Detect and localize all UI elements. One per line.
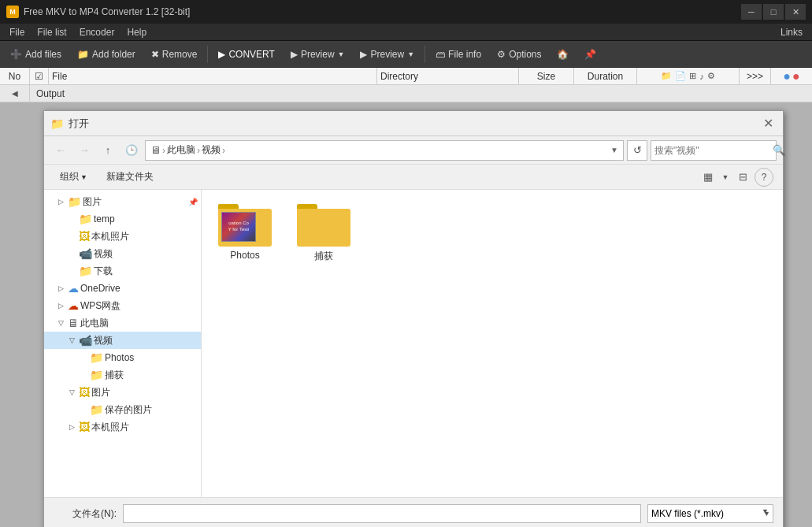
breadcrumb-sep-1: › [162, 145, 165, 156]
select-all-checkbox[interactable]: ☑ [35, 71, 43, 82]
home-button[interactable]: 🏠 [550, 43, 576, 65]
pin-button[interactable]: 📌 [577, 43, 603, 65]
expander-videos-main: ▽ [66, 335, 77, 346]
menu-encoder[interactable]: Encoder [73, 24, 121, 41]
tree-item-saved-photos[interactable]: 📁 保存的图片 [44, 401, 201, 418]
pin-icon: 📌 [584, 49, 596, 60]
col-action: ● ● [771, 68, 812, 84]
tree-item-temp[interactable]: 📁 temp [44, 210, 201, 228]
icon-table[interactable]: ⊞ [689, 71, 696, 81]
preview2-button[interactable]: ▶ Preview ▼ [353, 43, 421, 65]
add-folder-button[interactable]: 📁 Add folder [70, 43, 143, 65]
convert-icon: ▶ [218, 49, 225, 60]
nav-forward-button[interactable]: → [74, 141, 95, 160]
dialog-toolbar: ← → ↑ 🕒 🖥 › 此电脑 › 视频 › ▼ ↺ [44, 136, 783, 165]
tree-item-downloads[interactable]: 📁 下载 [44, 262, 201, 280]
links-menu[interactable]: Links [774, 24, 809, 41]
folder-icon-images: 🖼 [79, 386, 90, 399]
filetype-select[interactable]: MKV files (*.mkv) All files (*.*) [647, 504, 773, 523]
modal-overlay: 📁 打开 ✕ ← → ↑ 🕒 🖥 › 此电脑 [0, 102, 812, 527]
search-input[interactable] [654, 145, 773, 156]
add-files-icon: ➕ [10, 49, 22, 60]
search-box[interactable]: 🔍 [651, 140, 777, 161]
menu-bar: File File list Encoder Help Links [0, 24, 812, 41]
tree-item-capture[interactable]: 📁 捕获 [44, 366, 201, 384]
filename-input[interactable] [123, 504, 641, 523]
tree-item-images[interactable]: ▽ 🖼 图片 [44, 384, 201, 401]
col-more[interactable]: >>> [740, 68, 771, 84]
menu-filelist[interactable]: File list [31, 24, 72, 41]
folder-icon-capture: 📁 [90, 369, 103, 381]
menu-help[interactable]: Help [121, 24, 153, 41]
icon-folder[interactable]: 📁 [661, 71, 672, 81]
preview1-button[interactable]: ▶ Preview ▼ [284, 43, 352, 65]
icon-music[interactable]: ♪ [699, 72, 704, 81]
help-button[interactable]: ? [755, 168, 773, 187]
tree-item-wps[interactable]: ▷ ☁ WPS网盘 [44, 297, 201, 314]
action-down-icon[interactable]: ● [792, 69, 800, 84]
app-icon: M [6, 6, 19, 18]
menu-file[interactable]: File [3, 24, 31, 41]
minimize-button[interactable]: ─ [741, 4, 762, 20]
maximize-button[interactable]: □ [763, 4, 784, 20]
preview2-dropdown-icon: ▼ [407, 50, 414, 58]
view-dropdown-button[interactable]: ▼ [720, 168, 731, 187]
options-button[interactable]: ⚙ Options [490, 43, 548, 65]
new-folder-button[interactable]: 新建文件夹 [100, 169, 160, 185]
tree-panel: ▷ 📁 图片 📌 📁 temp 🖼 [44, 190, 202, 497]
expander-photos-sub [77, 352, 88, 363]
remove-button[interactable]: ✖ Remove [144, 43, 205, 65]
expander-downloads [66, 265, 77, 276]
separator-1 [207, 46, 208, 63]
options-icon: ⚙ [497, 49, 506, 60]
preview-pane-button[interactable]: ⊟ [732, 168, 753, 187]
organize-button[interactable]: 组织 ▼ [54, 169, 94, 185]
output-row: ◀ Output [0, 85, 812, 102]
dialog-close-button[interactable]: ✕ [759, 115, 777, 132]
recent-icon: 🕒 [125, 144, 138, 156]
tree-item-computer[interactable]: ▽ 🖥 此电脑 [44, 314, 201, 332]
preview2-icon: ▶ [360, 49, 367, 60]
expander-videos-sub [66, 248, 77, 259]
add-files-button[interactable]: ➕ Add files [3, 43, 69, 65]
convert-button[interactable]: ▶ CONVERT [211, 43, 281, 65]
col-check: ☑ [30, 68, 49, 84]
tree-item-pictures[interactable]: ▷ 📁 图片 📌 [44, 193, 201, 210]
action-up-icon[interactable]: ● [783, 69, 791, 84]
refresh-button[interactable]: ↺ [627, 140, 647, 161]
output-label: Output [30, 88, 71, 99]
nav-back-button[interactable]: ← [50, 141, 71, 160]
tree-item-videos-main[interactable]: ▽ 📹 视频 [44, 332, 201, 349]
tree-item-photos-sub[interactable]: 📁 Photos [44, 349, 201, 366]
nav-recent-button[interactable]: 🕒 [121, 141, 142, 160]
app-title: Free MKV to MP4 Converter 1.2 [32-bit] [24, 6, 190, 17]
computer-icon: 🖥 [68, 317, 79, 329]
cloud-icon-wps: ☁ [68, 299, 79, 312]
breadcrumb-dropdown-icon[interactable]: ▼ [610, 146, 618, 154]
organize-bar: 组织 ▼ 新建文件夹 ▦ ▼ ⊟ ? [44, 165, 783, 190]
tree-item-local-photos-2[interactable]: ▷ 🖼 本机照片 [44, 418, 201, 436]
breadcrumb-bar[interactable]: 🖥 › 此电脑 › 视频 › ▼ [145, 140, 624, 161]
file-open-dialog: 📁 打开 ✕ ← → ↑ 🕒 🖥 › 此电脑 [43, 110, 784, 527]
dialog-title-bar: 📁 打开 ✕ [44, 111, 783, 136]
view-icon-button[interactable]: ▦ [698, 168, 718, 187]
folder-item-photos[interactable]: uation CoY for Testi Photos [209, 198, 280, 266]
breadcrumb-videos: 视频 [202, 143, 221, 157]
folder-item-capture[interactable]: 捕获 [288, 198, 359, 266]
nav-up-button[interactable]: ↑ [98, 141, 118, 160]
icon-doc[interactable]: 📄 [675, 71, 686, 81]
tree-item-onedrive[interactable]: ▷ ☁ OneDrive [44, 280, 201, 297]
tree-item-local-photos[interactable]: 🖼 本机照片 [44, 228, 201, 245]
folder-icon-photos-sub: 📁 [90, 351, 103, 364]
expander-local-photos-2: ▷ [66, 421, 77, 432]
close-button[interactable]: ✕ [785, 4, 806, 20]
expander-saved-photos [77, 404, 88, 415]
view-controls: ▦ ▼ ⊟ ? [698, 168, 773, 187]
breadcrumb-sep-2: › [197, 145, 200, 156]
organize-dropdown-icon: ▼ [80, 173, 87, 181]
breadcrumb-pc: 此电脑 [167, 143, 195, 157]
tree-item-videos-sub[interactable]: 📹 视频 [44, 245, 201, 262]
icon-gear[interactable]: ⚙ [707, 71, 715, 81]
file-info-button[interactable]: 🗃 File info [428, 43, 488, 65]
col-icons: 📁 📄 ⊞ ♪ ⚙ [637, 68, 740, 84]
